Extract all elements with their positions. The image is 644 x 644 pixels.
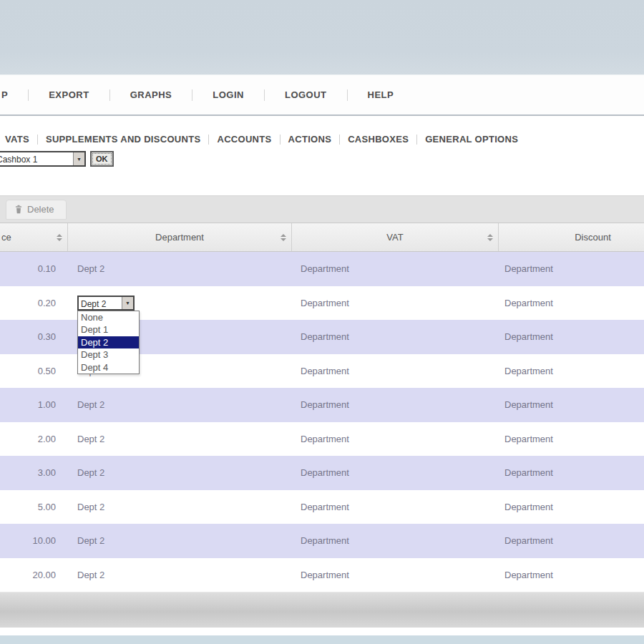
column-header-vat[interactable]: VAT bbox=[292, 223, 499, 251]
column-header-department[interactable]: Department bbox=[68, 223, 292, 251]
tab-accounts[interactable]: ACCOUNTS bbox=[217, 134, 271, 145]
menu-item-help[interactable]: HELP bbox=[368, 89, 394, 100]
cashbox-selector-row: Cashbox 1 ▼ OK bbox=[0, 151, 644, 167]
table-row: 1.00 Dept 2 Department Department bbox=[0, 388, 644, 422]
cell-department[interactable]: Dept 2 bbox=[68, 502, 292, 512]
tab-supplements-discounts[interactable]: SUPPLEMENTS AND DISCOUNTS bbox=[46, 134, 200, 145]
ok-button[interactable]: OK bbox=[90, 151, 114, 167]
cell-discount[interactable]: Department bbox=[499, 331, 644, 342]
settings-submenu: VATS SUPPLEMENTS AND DISCOUNTS ACCOUNTS … bbox=[0, 116, 644, 145]
cell-discount[interactable]: Department bbox=[499, 298, 644, 308]
cell-department[interactable]: Dept 2 bbox=[68, 467, 292, 478]
table-row: 5.00 Dept 2 Department Department bbox=[0, 490, 644, 525]
price-grid: ce Department VAT Discount 0.10 Dept 2 D… bbox=[0, 223, 644, 592]
cell-discount[interactable]: Department bbox=[499, 467, 644, 478]
dropdown-option-none[interactable]: None bbox=[78, 311, 139, 324]
cell-vat[interactable]: Department bbox=[292, 331, 499, 342]
delete-button-label: Delete bbox=[27, 204, 54, 215]
cell-price: 2.00 bbox=[0, 434, 68, 444]
cell-discount[interactable]: Department bbox=[499, 502, 644, 512]
cell-price: 20.00 bbox=[0, 570, 68, 580]
cell-vat[interactable]: Department bbox=[292, 263, 499, 274]
table-row: 10.00 Dept 2 Department Department bbox=[0, 524, 644, 558]
table-row: 3.00 Dept 2 Department Department bbox=[0, 456, 644, 490]
submenu-separator bbox=[339, 135, 340, 145]
column-header-discount[interactable]: Discount bbox=[499, 223, 644, 251]
cell-discount[interactable]: Department bbox=[499, 366, 644, 376]
department-select[interactable]: Dept 2 ▼ bbox=[77, 296, 135, 311]
sort-icon bbox=[280, 234, 286, 241]
cell-discount[interactable]: Department bbox=[499, 399, 644, 410]
cell-discount[interactable]: Department bbox=[499, 434, 644, 444]
cell-vat[interactable]: Department bbox=[292, 366, 499, 376]
cell-department[interactable]: Dept 2 bbox=[68, 570, 292, 580]
column-header-price-label: ce bbox=[1, 232, 11, 243]
cell-department[interactable]: Dept 2 bbox=[68, 434, 292, 444]
menu-item-export[interactable]: EXPORT bbox=[49, 89, 89, 100]
footer-blue-strip bbox=[0, 635, 644, 644]
cell-vat[interactable]: Department bbox=[292, 535, 499, 546]
tab-actions[interactable]: ACTIONS bbox=[288, 134, 332, 145]
delete-button[interactable]: Delete bbox=[6, 200, 67, 220]
table-row: 20.00 Dept 2 Department Department bbox=[0, 558, 644, 592]
dropdown-option-dept3[interactable]: Dept 3 bbox=[78, 348, 139, 361]
cell-price: 3.00 bbox=[0, 467, 68, 478]
cell-discount[interactable]: Department bbox=[499, 263, 644, 274]
column-header-department-label: Department bbox=[155, 232, 204, 243]
cashbox-select-value: Cashbox 1 bbox=[0, 152, 73, 165]
menu-separator bbox=[264, 89, 265, 101]
cell-department[interactable]: Dept 2 bbox=[68, 263, 292, 274]
column-header-discount-label: Discount bbox=[575, 232, 611, 243]
dropdown-option-dept2-selected[interactable]: Dept 2 bbox=[78, 336, 139, 349]
cell-vat[interactable]: Department bbox=[292, 467, 499, 478]
column-header-price[interactable]: ce bbox=[0, 223, 68, 251]
settings-subarea: VATS SUPPLEMENTS AND DISCOUNTS ACCOUNTS … bbox=[0, 116, 644, 195]
cell-vat[interactable]: Department bbox=[292, 502, 499, 512]
menu-separator bbox=[28, 89, 29, 101]
tab-general-options[interactable]: GENERAL OPTIONS bbox=[425, 134, 518, 145]
cashbox-select[interactable]: Cashbox 1 ▼ bbox=[0, 151, 86, 167]
menu-item-login[interactable]: LOGIN bbox=[213, 89, 244, 100]
menu-separator bbox=[347, 89, 348, 101]
header-banner bbox=[0, 0, 644, 75]
trash-icon bbox=[15, 205, 22, 214]
column-header-vat-label: VAT bbox=[386, 232, 403, 243]
submenu-separator bbox=[208, 135, 209, 145]
menu-separator bbox=[109, 89, 110, 101]
dropdown-option-dept1[interactable]: Dept 1 bbox=[78, 323, 139, 336]
chevron-down-icon: ▼ bbox=[122, 297, 133, 309]
tab-vats[interactable]: VATS bbox=[5, 134, 29, 145]
department-select-wrap: Dept 2 ▼ None Dept 1 Dept 2 Dept 3 Dept … bbox=[77, 296, 135, 311]
submenu-separator bbox=[416, 135, 417, 145]
grid-toolbar: Delete bbox=[0, 195, 644, 223]
cell-price: 1.00 bbox=[0, 399, 68, 410]
table-row: 0.10 Dept 2 Department Department bbox=[0, 252, 644, 286]
cell-price: 5.00 bbox=[0, 502, 68, 512]
cell-department[interactable]: Dept 2 ▼ None Dept 1 Dept 2 Dept 3 Dept … bbox=[68, 296, 292, 311]
cell-department[interactable]: Dept 2 bbox=[68, 535, 292, 546]
cell-vat[interactable]: Department bbox=[292, 570, 499, 580]
menu-item-logout[interactable]: LOGOUT bbox=[285, 89, 327, 100]
cell-vat[interactable]: Department bbox=[292, 298, 499, 308]
department-dropdown-list: None Dept 1 Dept 2 Dept 3 Dept 4 bbox=[77, 311, 140, 375]
menu-item-graphs[interactable]: GRAPHS bbox=[130, 89, 172, 100]
cell-discount[interactable]: Department bbox=[499, 570, 644, 580]
footer-white-strip bbox=[0, 628, 644, 635]
menu-separator bbox=[192, 89, 192, 101]
tab-cashboxes[interactable]: CASHBOXES bbox=[348, 134, 409, 145]
footer-gray-bar bbox=[0, 592, 644, 628]
submenu-separator bbox=[37, 135, 38, 145]
table-row: 0.20 Dept 2 ▼ None Dept 1 Dept 2 Dept 3 … bbox=[0, 286, 644, 321]
sort-icon bbox=[487, 234, 493, 241]
cell-vat[interactable]: Department bbox=[292, 399, 499, 410]
main-menubar: P EXPORT GRAPHS LOGIN LOGOUT HELP bbox=[0, 75, 644, 116]
dropdown-option-dept4[interactable]: Dept 4 bbox=[78, 361, 139, 374]
cell-price: 0.20 bbox=[0, 298, 68, 308]
cell-price: 0.30 bbox=[0, 331, 68, 342]
cell-price: 0.10 bbox=[0, 263, 68, 274]
cell-discount[interactable]: Department bbox=[499, 535, 644, 546]
submenu-separator bbox=[280, 135, 280, 145]
menu-item-partial[interactable]: P bbox=[1, 89, 8, 100]
cell-vat[interactable]: Department bbox=[292, 434, 499, 444]
cell-department[interactable]: Dept 2 bbox=[68, 399, 292, 410]
